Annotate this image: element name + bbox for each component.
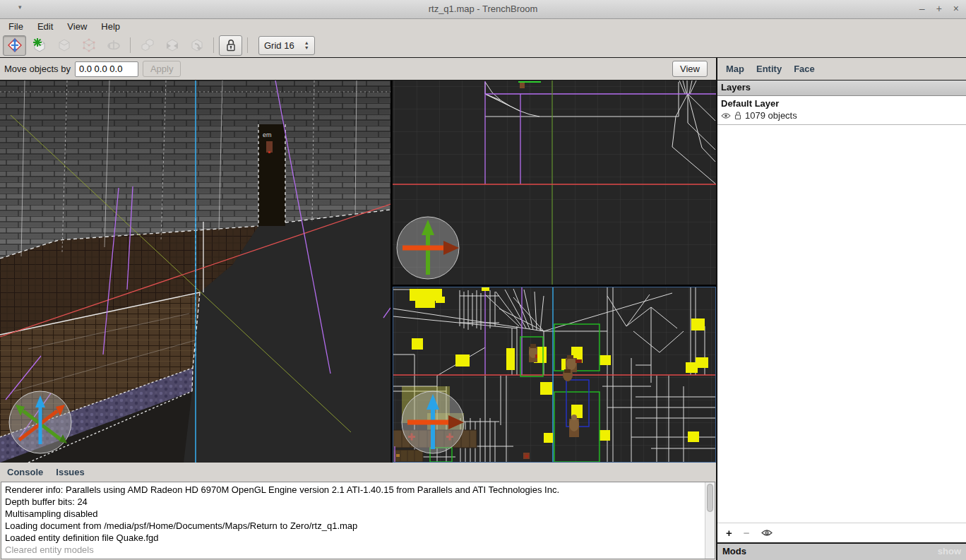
clip-tool-button[interactable] <box>52 35 76 56</box>
tool-options-bar: Move objects by Apply View <box>0 58 716 81</box>
remove-layer-button[interactable]: − <box>744 527 750 539</box>
toolbar-separator <box>247 37 248 53</box>
toolbar-separator <box>130 37 131 53</box>
distant-entity-sprite <box>266 141 273 153</box>
log-line: Loading document from /media/psf/Home/Do… <box>5 520 702 532</box>
mods-title: Mods <box>722 546 746 558</box>
rotate-tool-icon <box>105 37 122 54</box>
flip-horizontal-icon <box>164 37 181 54</box>
layer-visible-eye-icon[interactable] <box>721 112 731 119</box>
3d-compass-gizmo <box>9 391 71 453</box>
layer-name: Default Layer <box>721 98 962 109</box>
log-line: Renderer info: Parallels using AMD Radeo… <box>5 484 702 496</box>
grid-size-label: Grid 16 <box>264 40 294 51</box>
move-objects-tool-button[interactable] <box>3 35 26 56</box>
menu-bar: File Edit View Help <box>0 19 966 33</box>
flip-vertical-button[interactable] <box>185 35 208 56</box>
inspector-panel: Map Entity Face Layers Default Layer <box>717 58 966 560</box>
grid-spinner-up-icon[interactable]: ▲ <box>304 41 309 45</box>
move-objects-label: Move objects by <box>4 64 71 74</box>
toolbar-separator <box>213 37 214 53</box>
console-log[interactable]: Renderer info: Parallels using AMD Radeo… <box>1 482 715 559</box>
add-layer-button[interactable]: + <box>726 527 732 539</box>
move-tool-icon <box>7 37 23 53</box>
tab-face[interactable]: Face <box>794 64 815 74</box>
toggle-visibility-eye-button[interactable] <box>761 529 773 537</box>
tool-bar: Grid 16 ▲ ▼ <box>0 33 966 58</box>
tab-map[interactable]: Map <box>726 64 744 74</box>
log-line: Multisampling disabled <box>5 508 702 520</box>
2d-viewport-top[interactable] <box>393 81 716 285</box>
layer-object-count: 1079 objects <box>745 110 797 121</box>
move-objects-input[interactable] <box>75 61 138 77</box>
brush-tool-icon <box>31 37 48 54</box>
console-panel: Console Issues Renderer info: Parallels … <box>0 463 716 560</box>
view-dropdown-button[interactable]: View <box>672 61 708 77</box>
log-line: Depth buffer bits: 24 <box>5 496 702 508</box>
layer-unlocked-icon[interactable] <box>734 111 741 120</box>
apply-move-button[interactable]: Apply <box>143 61 181 77</box>
clip-tool-icon <box>56 37 73 54</box>
menu-edit[interactable]: Edit <box>30 20 60 32</box>
tab-issues[interactable]: Issues <box>56 467 84 477</box>
console-scrollbar[interactable] <box>705 482 715 559</box>
vertex-tool-button[interactable] <box>77 35 100 56</box>
create-brush-tool-button[interactable] <box>28 35 51 56</box>
vertex-tool-icon <box>80 37 97 54</box>
entity-classname-label: em <box>263 131 272 138</box>
close-button[interactable]: × <box>953 3 959 14</box>
viewport-area: em <box>0 81 716 463</box>
flip-horizontal-button[interactable] <box>160 35 184 56</box>
trenchbroom-window: ▾ rtz_q1.map - TrenchBroom – + × File Ed… <box>0 0 966 560</box>
menu-view[interactable]: View <box>60 20 94 32</box>
doorway <box>258 124 285 226</box>
2d-viewport-bottom[interactable] <box>393 287 716 463</box>
3d-viewport[interactable]: em <box>0 81 390 463</box>
layer-row-default[interactable]: Default Layer 1079 objects <box>717 96 966 125</box>
duplicate-icon <box>139 37 156 54</box>
maximize-button[interactable]: + <box>936 3 942 14</box>
2d-compass-gizmo <box>402 391 464 453</box>
mods-show-link[interactable]: show <box>938 546 961 558</box>
grid-spinner-down-icon[interactable]: ▼ <box>304 46 309 50</box>
tab-console[interactable]: Console <box>7 467 43 477</box>
rotate-tool-button[interactable] <box>102 35 125 56</box>
2d-compass-gizmo <box>397 217 459 279</box>
menu-file[interactable]: File <box>1 20 30 32</box>
mods-section-header: Mods show <box>717 542 966 560</box>
unlocked-padlock-icon <box>225 38 237 52</box>
entity-sprite <box>520 83 525 88</box>
title-bar: ▾ rtz_q1.map - TrenchBroom – + × <box>0 0 966 19</box>
tab-entity[interactable]: Entity <box>756 64 782 74</box>
window-title: rtz_q1.map - TrenchBroom <box>0 4 966 14</box>
grid-size-control[interactable]: Grid 16 ▲ ▼ <box>258 36 315 55</box>
layers-section-header: Layers <box>717 81 966 96</box>
texture-lock-toggle-button[interactable] <box>219 35 242 56</box>
menu-help[interactable]: Help <box>94 20 127 32</box>
layer-list: Default Layer 1079 objects <box>717 96 966 523</box>
duplicate-objects-button[interactable] <box>136 35 159 56</box>
minimize-button[interactable]: – <box>919 3 925 14</box>
layer-actions-bar: + − <box>717 523 966 542</box>
log-line: Loaded entity definition file Quake.fgd <box>5 532 702 544</box>
scrollbar-thumb[interactable] <box>707 484 713 512</box>
log-line: Cleared entity models <box>5 544 702 556</box>
flip-vertical-icon <box>189 37 205 54</box>
